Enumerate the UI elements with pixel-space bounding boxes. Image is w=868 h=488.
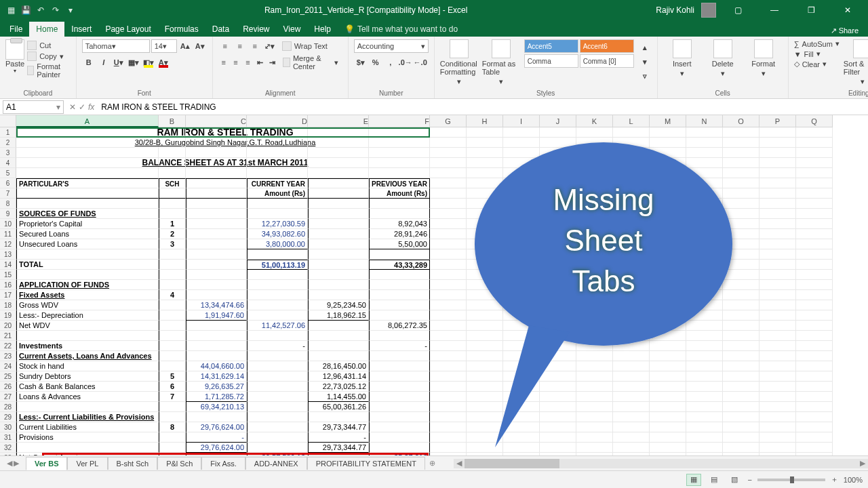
cell-A14[interactable]: TOTAL (16, 260, 159, 270)
cell-H13[interactable] (467, 249, 503, 260)
cell-H28[interactable] (467, 402, 503, 412)
cell-F4[interactable] (369, 158, 430, 168)
cell-Q20[interactable] (796, 321, 833, 331)
row-header[interactable]: 1 (0, 127, 16, 138)
cell-K9[interactable] (576, 209, 613, 219)
cell-D5[interactable] (247, 168, 308, 178)
redo-icon[interactable]: ↷ (50, 5, 61, 16)
cell-L19[interactable] (613, 310, 650, 321)
cell-L17[interactable] (613, 290, 650, 300)
cell-P30[interactable] (760, 422, 796, 432)
row-header[interactable]: 30 (0, 422, 16, 432)
cell-P21[interactable] (760, 331, 796, 341)
cell-K10[interactable] (576, 219, 613, 229)
cell-L15[interactable] (613, 270, 650, 280)
cell-O18[interactable] (723, 300, 760, 310)
cell-J30[interactable] (540, 422, 576, 432)
comma-icon[interactable]: , (384, 56, 397, 69)
cell-G30[interactable] (430, 422, 467, 432)
row-header[interactable]: 25 (0, 371, 16, 382)
style-accent5[interactable]: Accent5 (524, 39, 578, 53)
cell-P7[interactable] (760, 188, 796, 199)
cell-O11[interactable] (723, 229, 760, 239)
cell-P8[interactable] (760, 199, 796, 209)
cell-J7[interactable] (540, 188, 576, 199)
cell-I21[interactable] (503, 331, 540, 341)
cell-B14[interactable] (159, 260, 186, 270)
cell-D26[interactable] (247, 382, 308, 392)
cell-Q16[interactable] (796, 280, 833, 290)
cell-B18[interactable] (159, 300, 186, 310)
cell-Q5[interactable] (796, 168, 833, 178)
increase-font-icon[interactable]: A▴ (178, 39, 192, 53)
cell-A26[interactable]: Cash & Bank Balances (16, 382, 159, 392)
cell-O20[interactable] (723, 321, 760, 331)
cell-M26[interactable] (650, 382, 686, 392)
cell-M21[interactable] (650, 331, 686, 341)
cell-M13[interactable] (650, 249, 686, 260)
cell-M28[interactable] (650, 402, 686, 412)
cell-F15[interactable] (369, 270, 430, 280)
cell-Q18[interactable] (796, 300, 833, 310)
cell-A19[interactable]: Less:- Depreciation (16, 310, 159, 321)
cell-D13[interactable] (247, 249, 308, 260)
cell-A27[interactable]: Loans & Advances (16, 392, 159, 402)
cell-J15[interactable] (540, 270, 576, 280)
cell-G25[interactable] (430, 371, 467, 382)
cell-G9[interactable] (430, 209, 467, 219)
cell-F30[interactable] (369, 422, 430, 432)
row-header[interactable]: 21 (0, 331, 16, 341)
cell-B30[interactable]: 8 (159, 422, 186, 432)
cell-B16[interactable] (159, 280, 186, 290)
cell-F17[interactable] (369, 290, 430, 300)
row-header[interactable]: 20 (0, 321, 16, 331)
cell-I16[interactable] (503, 280, 540, 290)
cell-J9[interactable] (540, 209, 576, 219)
cell-P3[interactable] (760, 148, 796, 158)
cell-N25[interactable] (686, 371, 723, 382)
col-header-E[interactable]: E (308, 115, 369, 127)
col-header-B[interactable]: B (159, 115, 186, 127)
cell-H15[interactable] (467, 270, 503, 280)
cell-K14[interactable] (576, 260, 613, 270)
row-header[interactable]: 16 (0, 280, 16, 290)
cell-P29[interactable] (760, 412, 796, 422)
cell-B27[interactable]: 7 (159, 392, 186, 402)
cell-I19[interactable] (503, 310, 540, 321)
cell-P11[interactable] (760, 229, 796, 239)
tab-file[interactable]: File (3, 22, 29, 37)
cell-C9[interactable] (186, 209, 247, 219)
cell-N32[interactable] (686, 443, 723, 453)
col-header-H[interactable]: H (467, 115, 503, 127)
cell-B29[interactable] (159, 412, 186, 422)
cell-K24[interactable] (576, 361, 613, 371)
cell-I1[interactable] (503, 127, 540, 138)
cell-B31[interactable] (159, 432, 186, 443)
cell-M11[interactable] (650, 229, 686, 239)
cell-B17[interactable]: 4 (159, 290, 186, 300)
row-header[interactable]: 24 (0, 361, 16, 371)
tab-home[interactable]: Home (29, 22, 64, 37)
cell-A9[interactable]: SOURCES OF FUNDS (16, 209, 159, 219)
cell-H11[interactable] (467, 229, 503, 239)
align-left-icon[interactable]: ≡ (218, 56, 229, 69)
cell-A7[interactable] (16, 188, 159, 199)
cell-F18[interactable] (369, 300, 430, 310)
cell-K32[interactable] (576, 443, 613, 453)
cell-N8[interactable] (686, 199, 723, 209)
increase-decimal-icon[interactable]: .0→ (399, 56, 412, 69)
cell-A16[interactable]: APPLICATION OF FUNDS (16, 280, 159, 290)
cell-I26[interactable] (503, 382, 540, 392)
cell-E27[interactable]: 1,14,455.00 (308, 392, 369, 402)
cell-A24[interactable]: Stock in hand (16, 361, 159, 371)
cell-F5[interactable] (369, 168, 430, 178)
cell-P1[interactable] (760, 127, 796, 138)
tab-data[interactable]: Data (205, 22, 236, 37)
cell-P12[interactable] (760, 239, 796, 249)
tell-me[interactable]: 💡Tell me what you want to do (338, 22, 465, 37)
fill-button[interactable]: ▼ Fill ▾ (794, 49, 840, 58)
cell-O7[interactable] (723, 188, 760, 199)
cell-I10[interactable] (503, 219, 540, 229)
cell-L14[interactable] (613, 260, 650, 270)
cell-L32[interactable] (613, 443, 650, 453)
